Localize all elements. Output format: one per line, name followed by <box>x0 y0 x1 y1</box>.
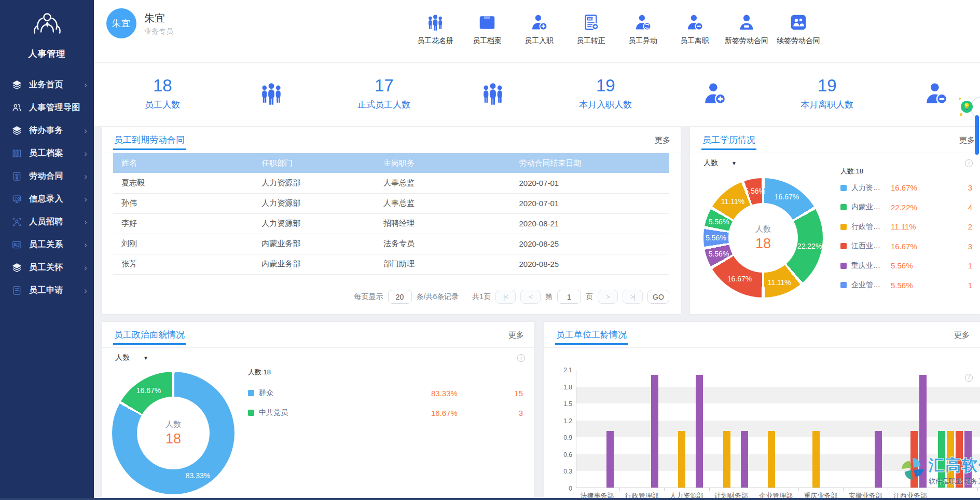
bar-计划财务部-series-2[interactable] <box>723 431 730 488</box>
table-row[interactable]: 刘刚内蒙业务部法务专员2020-08-25 <box>113 234 669 254</box>
sidebar-item-0[interactable]: 业务首页› <box>0 73 94 96</box>
action-4[interactable]: 员工异动 <box>617 9 669 46</box>
legend-item[interactable]: 内蒙业…22.22%4 <box>840 198 972 218</box>
legend-item[interactable]: 人力资…16.67%3 <box>840 178 972 198</box>
more-link[interactable]: 更多 <box>508 330 524 340</box>
action-5[interactable]: 员工离职 <box>669 9 721 46</box>
avatar[interactable]: 朱宜 <box>106 8 136 38</box>
table-row[interactable]: 孙伟人力资源部人事总监2020-07-01 <box>113 193 669 213</box>
sidebar-item-3[interactable]: 员工档案› <box>0 142 94 165</box>
panel-title-political[interactable]: 员工政治面貌情况 <box>113 322 186 345</box>
legend-item[interactable]: 中共党员16.67%3 <box>248 403 523 423</box>
sidebar-item-7[interactable]: 员工关系› <box>0 233 94 256</box>
bar-计划财务部-series-4[interactable] <box>741 431 748 488</box>
watermark-brand: 汇高软件 <box>929 455 980 476</box>
go-button[interactable]: GO <box>647 290 669 304</box>
person-badge-icon <box>721 9 772 32</box>
legend-count: 15 <box>514 389 523 398</box>
legend-item[interactable]: 重庆业…5.56%1 <box>840 256 972 276</box>
bar-安徽业务部-series-4[interactable] <box>875 431 882 488</box>
legend-swatch <box>840 282 847 288</box>
donut-center: 人数 18 <box>137 397 210 469</box>
bar-企业管理部-series-2[interactable] <box>768 431 775 488</box>
panel-title-education[interactable]: 员工学历情况 <box>701 127 756 150</box>
metric-dropdown[interactable]: 人数 ▼ <box>115 353 148 362</box>
x-axis-tick <box>664 488 665 491</box>
table-cell: 招聘经理 <box>375 213 511 234</box>
first-page-button[interactable]: |< <box>495 290 516 304</box>
person-scan-icon <box>10 215 23 228</box>
stat-3: 19本月离职人数 <box>758 63 980 126</box>
action-label: 员工异动 <box>617 36 669 46</box>
stat-1: 17正式员工人数 <box>315 63 537 126</box>
legend-swatch <box>248 390 254 396</box>
legend-item[interactable]: 群众83.33%15 <box>248 383 523 403</box>
legend-percent: 22.22% <box>891 203 931 212</box>
legend-item[interactable]: 行政管…11.11%2 <box>840 217 972 237</box>
column-header: 姓名 <box>113 153 253 173</box>
x-axis-tick <box>843 488 844 491</box>
sidebar-item-1[interactable]: 人事管理导图 <box>0 96 94 119</box>
panel-title-expiring-contracts[interactable]: 员工到期劳动合同 <box>113 127 186 150</box>
table-row[interactable]: 张芳内蒙业务部部门助理2020-08-25 <box>113 254 669 274</box>
watermark-text: 汇高软件 软件是职业 服务为本 <box>929 455 980 486</box>
more-link[interactable]: 更多 <box>959 136 975 145</box>
page-suffix: 页 <box>586 292 593 302</box>
slice-percent-label: 5.56% <box>706 234 726 242</box>
action-7[interactable]: 续签劳动合同 <box>772 9 824 46</box>
political-donut-chart[interactable]: 人数 18 83.33%16.67% <box>112 372 234 494</box>
table-row[interactable]: 李好人力资源部招聘经理2020-08-21 <box>113 213 669 234</box>
bar-行政管理部-series-4[interactable] <box>651 375 658 488</box>
action-1[interactable]: 员工档案 <box>461 9 513 46</box>
x-axis-tick <box>798 488 799 491</box>
legend-item[interactable]: 企业管…5.56%1 <box>840 276 972 295</box>
table-row[interactable]: 夏志毅人力资源部人事总监2020-07-01 <box>113 173 669 193</box>
action-6[interactable]: 新签劳动合同 <box>721 9 772 46</box>
last-page-button[interactable]: >| <box>623 290 643 304</box>
sidebar-item-2[interactable]: 待办事务› <box>0 119 94 142</box>
action-2[interactable]: 员工入职 <box>513 9 565 46</box>
more-link[interactable]: 更多 <box>655 136 670 145</box>
legend-percent: 16.67% <box>431 409 478 417</box>
horizontal-scrollbar[interactable] <box>0 498 980 500</box>
more-link[interactable]: 更多 <box>954 330 970 340</box>
sidebar-item-9[interactable]: 员工申请› <box>0 279 94 302</box>
table-cell: 张芳 <box>113 254 253 274</box>
contracts-table-body: 夏志毅人力资源部人事总监2020-07-01孙伟人力资源部人事总监2020-07… <box>113 173 669 274</box>
next-page-button[interactable]: > <box>598 290 618 304</box>
bar-人力资源部-series-2[interactable] <box>678 431 685 488</box>
stat-value: 19 <box>579 76 632 96</box>
sidebar-item-6[interactable]: 人员招聘› <box>0 210 94 233</box>
bar-法律事务部-series-4[interactable] <box>606 431 614 488</box>
legend-percent: 5.56% <box>891 281 931 290</box>
sidebar-item-8[interactable]: 员工关怀› <box>0 256 94 279</box>
per-page-label: 每页显示 <box>354 292 383 302</box>
action-label: 新签劳动合同 <box>721 36 772 46</box>
person-minus-icon <box>922 80 949 109</box>
info-icon[interactable]: i <box>965 159 973 167</box>
legend-item[interactable]: 江西业…16.67%3 <box>840 237 972 256</box>
prev-page-button[interactable]: < <box>520 290 541 304</box>
action-0[interactable]: 员工花名册 <box>409 9 461 46</box>
y-axis-tick-label: 0.9 <box>563 434 572 441</box>
info-icon[interactable]: i <box>517 354 525 362</box>
bar-重庆业务部-series-2[interactable] <box>812 431 820 488</box>
education-donut-chart[interactable]: 人数 18 16.67%22.22%11.11%16.67%5.56%5.56%… <box>703 178 823 298</box>
vertical-scrollbar-thumb[interactable] <box>975 115 979 155</box>
user-role: 业务专员 <box>144 27 173 36</box>
legend-count: 1 <box>968 261 972 270</box>
app-title: 人事管理 <box>0 48 94 60</box>
donut-center-value: 18 <box>165 431 181 447</box>
action-3[interactable]: HR员工转正 <box>565 9 617 46</box>
layers-icon <box>10 124 23 137</box>
y-axis-tick-label: 1.8 <box>563 384 572 391</box>
sidebar-item-4[interactable]: 劳动合同› <box>0 165 94 187</box>
chevron-right-icon: › <box>84 172 87 181</box>
bar-人力资源部-series-4[interactable] <box>696 375 703 488</box>
per-page-input[interactable]: 20 <box>388 290 412 304</box>
page-input[interactable]: 1 <box>557 290 581 304</box>
legend-percent: 83.33% <box>431 389 478 398</box>
metric-dropdown[interactable]: 人数 ▼ <box>703 158 737 168</box>
panel-title-tenure[interactable]: 员工单位工龄情况 <box>555 322 628 345</box>
sidebar-item-5[interactable]: 信息录入› <box>0 187 94 210</box>
